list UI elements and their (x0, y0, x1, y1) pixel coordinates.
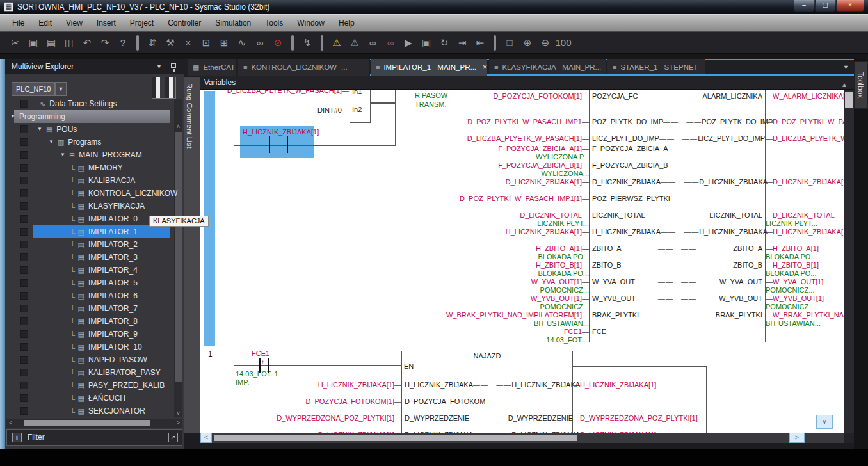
scroll-down-icon[interactable]: ∨ (174, 410, 182, 416)
fb-pin-input[interactable]: W_YVA_OUT (589, 278, 635, 286)
tree-item[interactable]: ▼ ⊞ MAIN_PROGRAM (5, 149, 184, 161)
menu-item[interactable]: Insert (90, 15, 123, 31)
tree-hscroll-thumb[interactable] (24, 420, 150, 426)
fb-pin-input[interactable]: D_WYPRZEDZENIE (401, 414, 469, 422)
toolbar-button-icon[interactable]: ◫ (61, 35, 77, 51)
toolbar-button-icon[interactable]: ⇥ (454, 35, 470, 51)
fb-output-variable[interactable]: D_LICZNIK_ZBIJAKA[1] (766, 178, 844, 186)
toolbar-button-icon[interactable]: ▣ (418, 35, 435, 51)
menu-item[interactable]: Edit (31, 15, 59, 31)
fb-output-variable[interactable]: D_LICZNIK_ZBIJAKA[1] (573, 431, 844, 433)
fb-output-variable[interactable]: W_YVB_OUT[1] (766, 294, 844, 303)
fb-pin-input[interactable]: D_LICZNIK_ZBIJAKA (401, 431, 473, 433)
fb-input-variable[interactable]: D_POZ_PLYTKI_W_PASACH_IMP1 (200, 118, 589, 126)
menu-item[interactable]: Project (123, 15, 161, 31)
fb-input-variable[interactable]: D_LICZNIK_ZBIJAKA[1] (200, 431, 401, 433)
toolbox-tab[interactable]: Toolbox (854, 61, 868, 109)
toolbar-button-icon[interactable]: ⇤ (472, 35, 488, 51)
expander-icon[interactable]: ▼ (37, 123, 42, 136)
toolbar-button-icon[interactable]: ↯ (299, 35, 316, 51)
contact-variable[interactable]: FCE1 (252, 349, 269, 357)
fb-pin-input[interactable]: POZYCJA_FC (589, 92, 638, 100)
toolbar-button-icon[interactable]: ⊕ (519, 35, 536, 51)
fb-pin-output[interactable]: LICZNIK_TOTAL (709, 211, 766, 220)
tree-item[interactable]: L ▤ IMPILATOR_6 (5, 289, 184, 302)
variables-bar[interactable]: Variables ▲ (200, 76, 854, 90)
fb-output-variable[interactable]: W_YVA_OUT[1] (766, 278, 844, 286)
tab-overflow-icon[interactable]: ▼ (843, 64, 849, 70)
toolbar-button-icon[interactable]: ⚠ (328, 35, 345, 51)
toolbar-button-icon[interactable]: ↶ (79, 35, 95, 51)
maximize-button[interactable]: ▢ (815, 0, 835, 12)
fb-pin-output[interactable]: BRAK_PLYTKI (716, 311, 766, 319)
fb-output-variable[interactable]: H_ZBITO_B[1] (766, 261, 844, 269)
fb-input-variable[interactable]: H_LICZNIK_ZBIJAKA[1] (200, 381, 401, 389)
fb-output-variable[interactable]: W_ALARM_LICZNIKA[1] (766, 92, 844, 100)
tree-item[interactable]: L ▤ ŁAŃCUCH (5, 392, 184, 405)
fb-pin-output[interactable]: W_YVA_OUT (719, 278, 766, 286)
fb-output-variable[interactable]: D_LICZNIK_TOTAL (766, 211, 844, 220)
toolbar-button-icon[interactable]: ∞ (252, 35, 268, 51)
editor-tab[interactable]: ▦ EtherCAT (188, 59, 236, 76)
toolbar-button-icon[interactable]: ⊡ (198, 35, 214, 51)
editor-tab[interactable]: ≡ KONTROLA_LICZNIKOW -... (238, 59, 369, 76)
toolbar-button-icon[interactable] (494, 35, 496, 51)
fb-pin-input[interactable]: D_LICZNIK_ZBIJAKA (589, 178, 661, 186)
fb-pin-input[interactable]: BRAK_PLYTKI (589, 311, 639, 319)
ladder-vertical-scrollbar[interactable] (844, 90, 854, 433)
fb-output-variable[interactable]: H_LICZNIK_ZBIJAKA[1] (573, 381, 844, 389)
fb-input-variable[interactable]: W_YVA_OUT[1] (200, 278, 589, 286)
fb-pin-input[interactable]: H_LICZNIK_ZBIJAKA (401, 381, 473, 389)
toolbar-button-icon[interactable]: ⚒ (162, 35, 179, 51)
fb-pin-input[interactable]: ZBITO_A (589, 245, 622, 253)
tree-vertical-scrollbar[interactable]: ∧ ∨ (174, 99, 182, 417)
fb-pin-output[interactable]: H_LICZNIK_ZBIJAKA (699, 228, 771, 236)
fb-input-variable[interactable]: W_YVB_OUT[1] (200, 294, 589, 303)
tree-item[interactable]: L ▤ IMPILATOR_3 (5, 251, 184, 264)
tree-item[interactable]: L ▤ IMPILATOR_9 (5, 328, 184, 341)
toolbar-button-icon[interactable]: □ (501, 35, 518, 51)
toolbar-button-icon[interactable]: ⇵ (144, 35, 161, 51)
fb-pin-input[interactable]: POZ_PIERWSZ_PLYTKI (589, 195, 670, 203)
fb-input-variable[interactable]: D_POZ_PLYTKI_W_PASACH_IMP1[1] (200, 195, 589, 203)
toolbar-button-icon[interactable] (136, 35, 139, 51)
fb-input-variable[interactable]: D_LICZNIK_ZBIJAKA[1] (200, 178, 589, 186)
fb-pin-input[interactable]: W_YVB_OUT (589, 294, 636, 303)
fb-pin-output[interactable]: ZBITO_B (733, 261, 766, 269)
tree-item[interactable]: L ▤ IMPILATOR_1 (5, 225, 184, 238)
tree-item[interactable]: L ▤ KALIBRACJA (5, 174, 184, 187)
fb-pin-output[interactable]: LICZ_PLYT_DO_IMP (698, 134, 768, 143)
multiview-explorer-header[interactable]: Multiview Explorer ▼ (5, 59, 184, 74)
toolbar-button-icon[interactable]: ▶ (400, 35, 417, 51)
fb-input-variable[interactable]: F_POZYCJA_ZBICIA_A[1] (200, 145, 589, 153)
scroll-left-icon[interactable]: < (9, 419, 13, 426)
toolbar-button-icon[interactable]: ⊖ (537, 35, 554, 51)
fb-pin-input[interactable]: D_POZYCJA_FOTOKOM (401, 398, 485, 406)
panel-dropdown-icon[interactable]: ▼ (156, 59, 162, 74)
fb-output-variable[interactable]: D_POZ_PLYTKI_W_PAS (766, 118, 844, 126)
fb-output-variable[interactable]: D_LICZBA_PLYETK_W_ (766, 134, 844, 143)
fb-output-variable[interactable]: H_LICZNIK_ZBIJAKA[1] (766, 228, 844, 236)
toolbar-button-icon[interactable]: ▤ (43, 35, 60, 51)
toolbar-button-icon[interactable]: ⊘ (269, 35, 286, 51)
fb-input-variable[interactable]: D_POZYCJA_FOTOKOM[1] (200, 92, 589, 100)
toolbar-button-icon[interactable]: ∞ (364, 35, 381, 51)
tree-item[interactable]: L ▤ SEKCJONATOR (5, 405, 184, 417)
fb-pin-input[interactable]: POZ_PLYTK_DO_IMP (589, 118, 663, 126)
fb-pin-input[interactable]: F_POZYCJA_ZBICIA_A (589, 145, 668, 153)
tree-item[interactable]: L ▤ IMPILATOR_10 (5, 341, 184, 353)
fb-pin-input[interactable]: ZBITO_B (589, 261, 622, 269)
scroll-right-icon[interactable]: > (176, 419, 180, 426)
fb-pin-output[interactable]: D_WYPRZEDZENIE (508, 414, 576, 422)
fb-input-variable[interactable]: W_BRAK_PLYTKI_NAD_IMPILATOREM[1] (200, 311, 589, 319)
toolbar-button-icon[interactable]: ▣ (25, 35, 42, 51)
editor-tab[interactable]: ≡ IMPILATOR_1 - MAIN_PR... × (371, 59, 487, 76)
menu-item[interactable]: View (59, 15, 90, 31)
toolbar-button-icon[interactable]: × (180, 35, 197, 51)
toolbar-button-icon[interactable]: ? (115, 35, 131, 51)
menu-item[interactable]: Help (332, 15, 362, 31)
minimize-button[interactable]: – (794, 0, 814, 12)
fb-pin-input[interactable]: FCE (589, 328, 606, 336)
device-selector[interactable]: PLC_NF10 (12, 82, 55, 96)
fb-input-variable[interactable]: D_WYPRZEDZONA_POZ_PLYTKI[1] (200, 414, 401, 422)
